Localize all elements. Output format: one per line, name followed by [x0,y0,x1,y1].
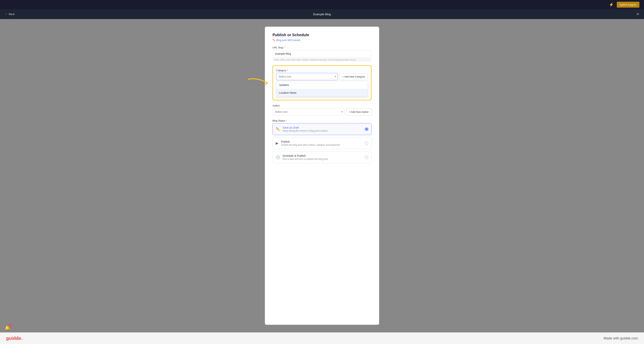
form-container: Publish or Schedule ✏️ Blog post SEO det… [265,27,379,325]
draft-radio[interactable] [365,128,368,131]
schedule-icon: 🕐 [276,155,280,160]
publish-text-group: Publish Publish the blog post with conte… [281,140,362,146]
category-select-row: ▾ + Add New Category [276,73,368,80]
notification-badge[interactable]: 🔔 31 [4,325,10,331]
publish-desc: Publish the blog post with content, cate… [281,144,362,146]
status-option-schedule[interactable]: 🕐 Schedule & Publish Pick a date and tim… [272,152,372,163]
footer: guidde. Made with guidde.com [0,332,644,344]
category-option-location-news[interactable]: Location News [276,89,368,96]
notification-count: 31 [9,324,12,327]
section-title: Publish or Schedule [272,33,372,37]
category-label: Category * [276,69,368,72]
notification-area: 🔔 31 [4,325,10,331]
schedule-title: Schedule & Publish [282,154,362,157]
url-slug-label: URL Slug * [272,46,372,49]
url-slug-input[interactable] [272,50,372,57]
publish-radio[interactable] [365,142,368,145]
author-group: Author ▾ + Add New Author [272,104,372,116]
category-dropdown: Updates Location News [276,81,368,97]
back-button[interactable]: ← Back [4,12,15,16]
add-new-category-button[interactable]: + Add New Category [339,73,368,80]
blog-status-label: Blog Status * [272,119,372,122]
seo-link[interactable]: ✏️ Blog post SEO details [272,39,372,42]
close-button[interactable]: ✕ [636,12,640,16]
category-select-wrapper: ▾ [276,73,338,80]
add-new-author-button[interactable]: + Add New Author [346,108,372,116]
schedule-text-group: Schedule & Publish Pick a date and time … [282,154,362,160]
publish-title: Publish [281,140,362,143]
support-button[interactable]: topline Support [617,2,640,8]
category-required: * [287,69,288,72]
draft-desc: Keep saving the version of blog post con… [282,130,362,132]
page-title: Example Blog [313,12,331,16]
author-select-input[interactable] [272,108,344,116]
seo-link-label: Blog post SEO details [276,39,300,42]
required-indicator: * [284,46,285,49]
category-section: Category * ▾ + Add New Category Updates … [272,65,372,100]
top-bar: ⚡ topline Support [0,0,644,9]
status-option-publish[interactable]: ▶ Publish Publish the blog post with con… [272,137,372,149]
author-label: Author [272,104,372,107]
blog-status-required: * [286,119,287,122]
draft-title: Save as Draft [282,126,362,129]
schedule-radio[interactable] [365,156,368,159]
back-arrow-icon: ← [4,12,8,16]
author-row: ▾ + Add New Author [272,108,372,116]
footer-tagline: Made with guidde.com [604,336,638,340]
nav-bar: ← Back Example Blog ✕ [0,9,644,19]
main-content: Publish or Schedule ✏️ Blog post SEO det… [0,19,644,332]
status-option-draft[interactable]: ✏️ Save as Draft Keep saving the version… [272,123,372,135]
back-label: Back [9,12,15,16]
category-select-input[interactable] [276,73,338,80]
edit-icon: ✏️ [272,39,276,42]
publish-icon: ▶ [276,141,278,145]
schedule-desc: Pick a date and time to publish this blo… [282,158,362,160]
blog-status-group: Blog Status * ✏️ Save as Draft Keep savi… [272,119,372,163]
url-hint: Your URL will look like: https://www.exa… [272,58,372,62]
author-select-wrapper: ▾ [272,108,344,116]
lightning-icon: ⚡ [609,2,614,7]
category-option-updates[interactable]: Updates [276,81,368,89]
draft-text-group: Save as Draft Keep saving the version of… [282,126,362,132]
draft-icon: ✏️ [276,127,280,131]
url-slug-group: URL Slug * Your URL will look like: http… [272,46,372,62]
guidde-logo: guidde. [6,336,22,341]
arrow-annotation [246,76,271,91]
